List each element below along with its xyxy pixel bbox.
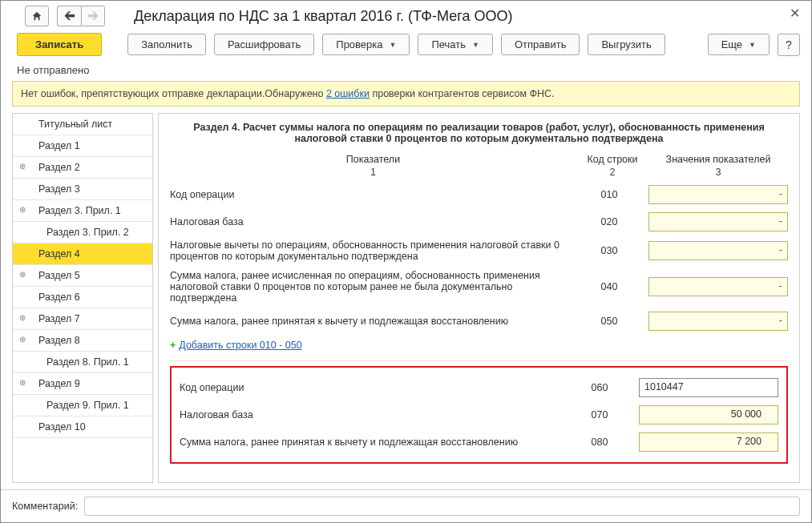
sidebar-item-label: Раздел 8. Прил. 1 [46, 356, 129, 368]
row-label: Код операции [180, 382, 560, 393]
back-button[interactable]: 🡰 [57, 6, 81, 26]
chevron-down-icon: ▼ [749, 41, 756, 49]
dash-placeholder: - [779, 244, 782, 255]
row-label: Сумма налога, ранее принятая к вычету и … [170, 316, 570, 327]
chevron-down-icon: ▼ [390, 41, 397, 49]
sidebar-item[interactable]: ⊕Раздел 9 [13, 373, 152, 395]
row-code: 080 [564, 437, 636, 448]
row-label: Налоговые вычеты по операциям, обоснован… [170, 239, 570, 262]
data-row: Налоговая база020- [170, 208, 788, 235]
print-button[interactable]: Печать▼ [418, 34, 493, 55]
data-row: Код операции010- [170, 181, 788, 208]
row-code: 070 [564, 409, 636, 420]
row-code: 040 [573, 281, 645, 292]
home-button[interactable] [25, 6, 49, 26]
expand-icon[interactable]: ⊕ [19, 270, 29, 280]
value-field[interactable]: - [648, 212, 788, 231]
value-field[interactable]: - [648, 185, 788, 204]
value-field[interactable]: 1010447 [639, 378, 778, 397]
value-field[interactable]: 50 000 [639, 405, 778, 424]
row-code: 020 [573, 216, 645, 227]
sidebar-item[interactable]: Раздел 10 [13, 416, 152, 438]
sidebar-item[interactable]: Раздел 1 [13, 135, 152, 157]
data-row: Налоговая база07050 000 [180, 401, 778, 428]
data-row: Код операции0601010447 [180, 374, 778, 401]
sidebar-item-label: Раздел 4 [38, 248, 80, 259]
errors-link[interactable]: 2 ошибки [326, 88, 370, 99]
sidebar-item[interactable]: Раздел 6 [13, 287, 152, 308]
sections-sidebar: Титульный листРаздел 1⊕Раздел 2Раздел 3⊕… [12, 113, 153, 483]
dash-placeholder: - [779, 280, 782, 292]
sidebar-item-label: Раздел 1 [38, 140, 80, 151]
info-banner: Нет ошибок, препятствующих отправке декл… [12, 81, 800, 107]
data-row: Сумма налога, ранее принятая к вычету и … [170, 308, 788, 335]
row-label: Налоговая база [170, 216, 570, 227]
send-button[interactable]: Отправить [501, 34, 580, 55]
sidebar-item-label: Раздел 5 [38, 270, 80, 281]
sidebar-item[interactable]: Раздел 4 [13, 243, 152, 265]
row-label: Сумма налога, ранее принятая к вычету и … [180, 437, 560, 448]
row-label: Налоговая база [180, 409, 560, 420]
highlighted-block: Код операции0601010447Налоговая база0705… [170, 366, 788, 464]
sidebar-item[interactable]: Титульный лист [13, 114, 152, 135]
more-button[interactable]: Еще▼ [708, 34, 770, 55]
sidebar-item-label: Раздел 9 [38, 378, 80, 389]
expand-icon[interactable]: ⊕ [19, 313, 29, 323]
window-title: Декларация по НДС за 1 квартал 2016 г. (… [134, 8, 512, 25]
check-button[interactable]: Проверка▼ [322, 34, 410, 55]
value-field[interactable]: - [648, 312, 788, 331]
sidebar-item-label: Раздел 3. Прил. 2 [46, 227, 129, 238]
sidebar-item[interactable]: ⊕Раздел 3. Прил. 1 [13, 200, 152, 222]
dash-placeholder: - [779, 315, 782, 326]
save-button[interactable]: Записать [17, 33, 102, 56]
comment-input[interactable] [84, 497, 800, 516]
expand-icon[interactable]: ⊕ [19, 205, 29, 215]
sidebar-item-label: Раздел 10 [38, 421, 86, 432]
decode-button[interactable]: Расшифровать [214, 34, 314, 55]
sidebar-item[interactable]: Раздел 3 [13, 179, 152, 200]
add-rows-link[interactable]: +Добавить строки 010 - 050 [170, 335, 788, 356]
section-content: Раздел 4. Расчет суммы налога по операци… [158, 113, 800, 483]
row-code: 050 [573, 316, 645, 327]
data-row: Сумма налога, ранее принятая к вычету и … [180, 428, 778, 456]
row-code: 030 [573, 245, 645, 256]
sidebar-item[interactable]: ⊕Раздел 2 [13, 157, 152, 179]
help-button[interactable]: ? [778, 34, 800, 56]
value-field[interactable]: 7 200 [639, 432, 778, 452]
expand-icon[interactable]: ⊕ [19, 162, 29, 171]
fill-button[interactable]: Заполнить [127, 34, 206, 55]
comment-label: Комментарий: [12, 501, 78, 512]
sidebar-item[interactable]: Раздел 8. Прил. 1 [13, 352, 152, 373]
sidebar-item-label: Титульный лист [38, 119, 112, 130]
sidebar-item-label: Раздел 7 [38, 313, 80, 324]
sidebar-item-label: Раздел 3. Прил. 1 [38, 205, 121, 216]
row-label: Сумма налога, ранее исчисленная по опера… [170, 270, 570, 304]
column-headers: Показатели 1 Код строки 2 Значения показ… [170, 154, 788, 178]
sidebar-item[interactable]: Раздел 3. Прил. 2 [13, 222, 152, 243]
sidebar-item[interactable]: ⊕Раздел 8 [13, 330, 152, 352]
dash-placeholder: - [779, 215, 782, 227]
data-row: Сумма налога, ранее исчисленная по опера… [170, 266, 788, 308]
sidebar-item[interactable]: ⊕Раздел 5 [13, 265, 152, 287]
sidebar-item[interactable]: ⊕Раздел 7 [13, 308, 152, 330]
sidebar-item-label: Раздел 3 [38, 183, 80, 195]
row-code: 060 [564, 382, 636, 393]
close-icon[interactable]: ✕ [790, 6, 800, 21]
send-status: Не отправлено [1, 64, 811, 81]
row-code: 010 [573, 189, 645, 200]
value-field[interactable]: - [648, 241, 788, 260]
data-row: Налоговые вычеты по операциям, обоснован… [170, 235, 788, 266]
export-button[interactable]: Выгрузить [588, 34, 665, 55]
expand-icon[interactable]: ⊕ [19, 378, 29, 388]
value-field[interactable]: - [648, 277, 788, 296]
plus-icon: + [170, 340, 176, 351]
sidebar-item-label: Раздел 6 [38, 292, 80, 303]
expand-icon[interactable]: ⊕ [19, 335, 29, 344]
section-heading: Раздел 4. Расчет суммы налога по операци… [186, 122, 772, 144]
dash-placeholder: - [779, 188, 782, 199]
sidebar-item-label: Раздел 9. Прил. 1 [46, 400, 129, 411]
sidebar-item-label: Раздел 2 [38, 162, 80, 173]
chevron-down-icon: ▼ [472, 41, 479, 49]
forward-button[interactable]: 🡲 [81, 6, 105, 26]
sidebar-item[interactable]: Раздел 9. Прил. 1 [13, 395, 152, 416]
